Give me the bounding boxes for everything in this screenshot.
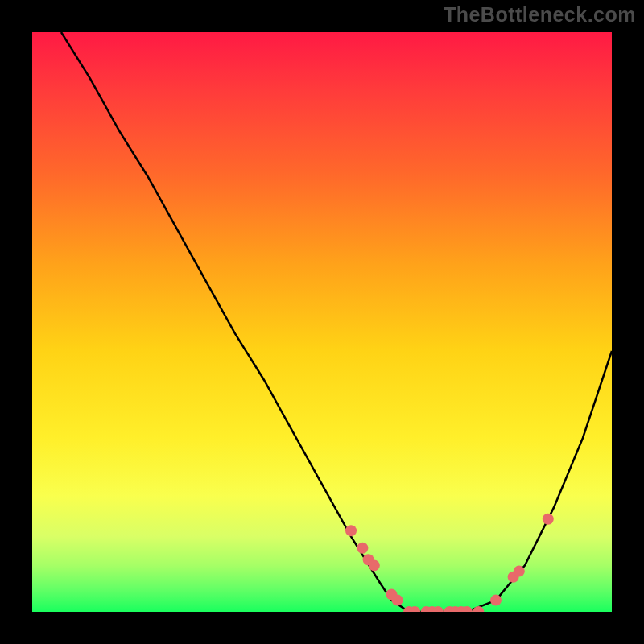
highlight-point bbox=[514, 566, 525, 577]
highlight-point bbox=[473, 606, 484, 612]
highlight-point bbox=[543, 514, 554, 525]
bottleneck-curve bbox=[61, 32, 612, 612]
highlight-point bbox=[369, 559, 380, 571]
highlight-point bbox=[490, 595, 502, 606]
plot-overlay bbox=[32, 32, 612, 612]
highlight-point bbox=[392, 595, 403, 606]
highlight-point bbox=[345, 525, 357, 536]
highlight-point bbox=[357, 543, 368, 554]
watermark-text: TheBottleneck.com bbox=[444, 3, 636, 27]
highlight-points-group bbox=[345, 514, 554, 612]
chart-frame: TheBottleneck.com bbox=[0, 0, 644, 644]
